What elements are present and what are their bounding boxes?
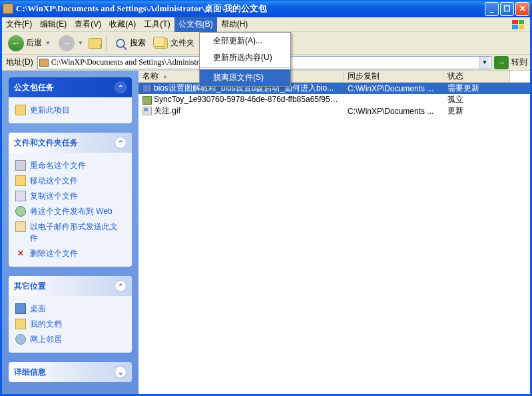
- briefcase-icon: [3, 3, 13, 14]
- tasks-sidebar: 公文包任务 ⌃ 更新此项目 文件和文件夹任务 ⌃ 重命名这个文件 移: [2, 71, 138, 394]
- menu-separator: [200, 67, 290, 68]
- list-header: 名称 同步复制 状态: [138, 71, 530, 83]
- menu-update-selection[interactable]: 更新所选内容(U): [200, 49, 290, 66]
- details-header[interactable]: 详细信息 ⌄: [9, 362, 132, 382]
- task-update-label: 更新此项目: [30, 105, 70, 116]
- forward-button[interactable]: → ▼: [55, 33, 87, 53]
- forward-dropdown-icon[interactable]: ▼: [78, 40, 83, 46]
- window-controls: _ ☐ ✕: [485, 2, 529, 16]
- other-places-header[interactable]: 其它位置 ⌃: [9, 276, 132, 296]
- other-places-panel: 其它位置 ⌃ 桌面 我的文档 网上邻居: [9, 276, 132, 353]
- list-row[interactable]: SyncToy_1e930760-5978-46de-876d-ffb85a65…: [138, 94, 530, 105]
- file-tasks-header[interactable]: 文件和文件夹任务 ⌃: [9, 133, 132, 153]
- place-desktop[interactable]: 桌面: [15, 301, 125, 317]
- maximize-button[interactable]: ☐: [500, 2, 514, 16]
- place-network[interactable]: 网上邻居: [15, 332, 125, 347]
- window-title: C:\WinXP\Documents and Settings\Administ…: [16, 3, 485, 15]
- file-status: 更新: [443, 105, 510, 117]
- list-rows: bios设置图解教程_bios设置u盘启动_如何进入bio... C:\WinX…: [138, 83, 530, 394]
- back-button[interactable]: ← 后退 ▼: [5, 33, 54, 53]
- delete-icon: ✕: [15, 248, 26, 259]
- file-sync: C:\WinXP\Documents ...: [344, 84, 443, 93]
- menu-help[interactable]: 帮助(H): [217, 17, 252, 32]
- folder-up-icon: [89, 38, 102, 49]
- minimize-button[interactable]: _: [485, 2, 499, 16]
- search-label: 搜索: [130, 37, 146, 49]
- task-copy[interactable]: 复制这个文件: [15, 189, 125, 204]
- briefcase-tasks-panel: 公文包任务 ⌃ 更新此项目: [9, 77, 132, 123]
- file-icon: [142, 84, 152, 93]
- file-list: 名称 同步复制 状态 bios设置图解教程_bios设置u盘启动_如何进入bio…: [138, 71, 530, 394]
- collapse-icon[interactable]: ⌃: [115, 137, 127, 149]
- rename-icon: [15, 160, 26, 171]
- collapse-icon[interactable]: ⌃: [115, 81, 127, 93]
- menu-view[interactable]: 查看(V): [71, 17, 105, 32]
- file-tasks-panel: 文件和文件夹任务 ⌃ 重命名这个文件 移动这个文件 复制这个文件 将这个文件发布…: [9, 133, 132, 267]
- web-icon: [15, 206, 26, 217]
- file-name: SyncToy_1e930760-5978-46de-876d-ffb85a65…: [154, 95, 341, 104]
- go-arrow-icon: →: [497, 58, 505, 67]
- place-network-label: 网上邻居: [30, 334, 62, 345]
- menu-file[interactable]: 文件(F): [2, 17, 36, 32]
- search-button[interactable]: 搜索: [110, 34, 149, 53]
- desktop-icon: [15, 303, 26, 314]
- copy-icon: [15, 191, 26, 201]
- menu-tools[interactable]: 工具(T): [140, 17, 174, 32]
- network-icon: [15, 334, 26, 345]
- update-icon: [15, 105, 26, 115]
- back-label: 后退: [26, 37, 42, 49]
- task-rename[interactable]: 重命名这个文件: [15, 158, 125, 173]
- briefcase-dropdown: 全部更新(A)... 更新所选内容(U) 脱离原文件(S): [199, 32, 291, 87]
- expand-icon[interactable]: ⌄: [115, 366, 127, 378]
- list-row[interactable]: bios设置图解教程_bios设置u盘启动_如何进入bio... C:\WinX…: [138, 83, 530, 94]
- file-sync: C:\WinXP\Documents ...: [344, 107, 443, 116]
- file-status: 需要更新: [443, 83, 510, 94]
- other-places-title: 其它位置: [14, 281, 46, 292]
- details-title: 详细信息: [14, 367, 46, 378]
- toolbar-separator: [106, 35, 107, 51]
- briefcase-small-icon: [39, 59, 49, 67]
- list-row[interactable]: 关注.gif C:\WinXP\Documents ... 更新: [138, 105, 530, 117]
- up-button[interactable]: [88, 36, 103, 51]
- task-move-label: 移动这个文件: [30, 175, 78, 187]
- menu-update-all[interactable]: 全部更新(A)...: [200, 33, 290, 49]
- go-button[interactable]: →: [494, 56, 509, 69]
- column-status[interactable]: 状态: [443, 71, 510, 82]
- task-move[interactable]: 移动这个文件: [15, 173, 125, 189]
- menu-edit[interactable]: 编辑(E): [36, 17, 71, 32]
- back-dropdown-icon[interactable]: ▼: [45, 40, 51, 46]
- title-bar: C:\WinXP\Documents and Settings\Administ…: [0, 0, 532, 17]
- search-icon: [116, 39, 125, 48]
- briefcase-tasks-header[interactable]: 公文包任务 ⌃: [9, 77, 132, 97]
- file-status: 孤立: [443, 94, 510, 105]
- menu-bar: 文件(F) 编辑(E) 查看(V) 收藏(A) 工具(T) 公文包(B) 帮助(…: [2, 17, 530, 32]
- task-rename-label: 重命名这个文件: [30, 160, 86, 171]
- task-update-item[interactable]: 更新此项目: [15, 103, 125, 118]
- place-desktop-label: 桌面: [30, 303, 46, 315]
- file-tasks-title: 文件和文件夹任务: [14, 137, 78, 149]
- task-email-label: 以电子邮件形式发送此文件: [30, 221, 125, 244]
- windows-logo-icon: [506, 18, 530, 31]
- file-icon: [142, 96, 152, 105]
- column-sync[interactable]: 同步复制: [344, 71, 443, 82]
- forward-icon: →: [59, 35, 75, 51]
- collapse-icon[interactable]: ⌃: [115, 280, 127, 292]
- mail-icon: [15, 221, 26, 232]
- task-publish-web[interactable]: 将这个文件发布到 Web: [15, 204, 125, 219]
- go-label: 转到: [511, 57, 527, 68]
- folders-button[interactable]: 文件夹: [150, 34, 198, 53]
- file-icon: [142, 107, 152, 115]
- address-dropdown-icon[interactable]: ▼: [479, 57, 489, 69]
- menu-split-from-original[interactable]: 脱离原文件(S): [200, 69, 290, 86]
- place-mydocs[interactable]: 我的文档: [15, 317, 125, 332]
- folders-icon: [154, 38, 168, 49]
- move-icon: [15, 175, 26, 186]
- task-email[interactable]: 以电子邮件形式发送此文件: [15, 219, 125, 246]
- back-icon: ←: [8, 35, 24, 51]
- task-delete[interactable]: ✕删除这个文件: [15, 246, 125, 261]
- menu-briefcase[interactable]: 公文包(B): [174, 17, 217, 32]
- task-delete-label: 删除这个文件: [30, 248, 78, 259]
- mydocs-icon: [15, 319, 26, 329]
- menu-favorites[interactable]: 收藏(A): [105, 17, 140, 32]
- close-button[interactable]: ✕: [515, 2, 529, 16]
